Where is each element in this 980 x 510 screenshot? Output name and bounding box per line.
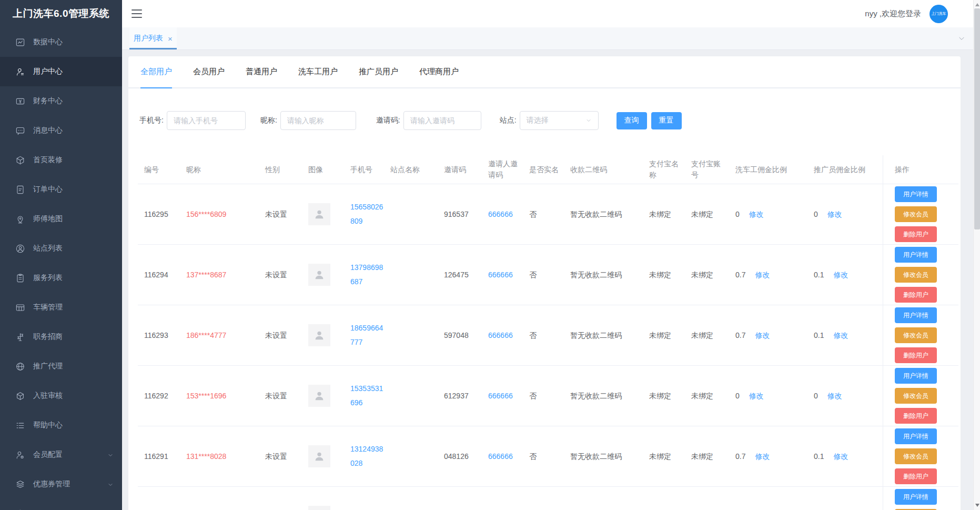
phone-link[interactable]: 13798698687	[350, 263, 383, 286]
delete-user-button[interactable]: 删除用户	[895, 226, 937, 242]
cell-invite-code: 612937	[438, 391, 482, 402]
page-scrollbar[interactable]	[973, 0, 980, 510]
invite-filter-label: 邀请码:	[376, 116, 400, 125]
cell-alipay-name: 未绑定	[638, 209, 680, 220]
top-bar: nyy ,欢迎您登录 上门洗车	[122, 0, 973, 27]
washer-rate-edit-link[interactable]: 修改	[755, 269, 770, 281]
sidebar-item-vehicle-management[interactable]: 车辆管理	[0, 293, 122, 322]
inviter-code-link[interactable]: 666666	[488, 452, 513, 461]
user-icon	[15, 67, 25, 77]
header-phone: 手机号	[344, 164, 384, 175]
tabbar-chevron-down-icon[interactable]	[957, 35, 966, 44]
hamburger-menu-icon[interactable]	[132, 9, 142, 18]
edit-member-button[interactable]: 修改会员	[895, 267, 937, 283]
sidebar-item-partial[interactable]	[0, 499, 122, 510]
phone-filter-input[interactable]	[167, 111, 246, 130]
tab-washer-users[interactable]: 洗车工用户	[298, 56, 338, 87]
tab-promoter-users[interactable]: 推广员用户	[359, 56, 398, 87]
cell-id: 116294	[138, 269, 180, 281]
washer-rate-edit-link[interactable]: 修改	[755, 330, 770, 341]
inviter-code-link[interactable]: 666666	[488, 331, 513, 339]
phone-filter-label: 手机号:	[139, 116, 164, 125]
tab-agent-users[interactable]: 代理商用户	[419, 56, 459, 87]
promoter-rate-edit-link[interactable]: 修改	[827, 391, 842, 402]
cell-qr: 暂无收款二维码	[559, 269, 638, 281]
edit-member-button[interactable]: 修改会员	[895, 448, 937, 464]
sidebar-item-master-map[interactable]: 师傅地图	[0, 204, 122, 234]
sidebar-item-label: 首页装修	[33, 155, 63, 165]
cell-gender: 未设置	[259, 330, 302, 341]
tab-close-icon[interactable]: ×	[168, 34, 173, 43]
scrollbar-down-arrow[interactable]	[975, 504, 979, 507]
sidebar-item-coupon-management[interactable]: 优惠券管理	[0, 469, 122, 499]
sidebar-item-label: 入驻审核	[33, 391, 63, 401]
delete-user-button[interactable]: 删除用户	[895, 408, 937, 424]
phone-link[interactable]: 13124938028	[350, 445, 383, 467]
user-table: 编号 昵称 性别 图像 手机号 站点名称 邀请码 邀请人邀请码 是否实名 收款二…	[138, 155, 958, 510]
avatar-placeholder-icon	[308, 264, 330, 286]
tab-normal-users[interactable]: 普通用户	[246, 56, 277, 87]
sidebar-item-member-config[interactable]: 会员配置	[0, 440, 122, 469]
filter-bar: 手机号: 昵称: 邀请码: 站点: 请选择 查询 重置	[128, 111, 961, 130]
user-detail-button[interactable]: 用户详情	[895, 247, 937, 263]
site-select[interactable]: 请选择	[520, 111, 599, 130]
reset-button[interactable]: 重置	[651, 112, 682, 129]
site-select-placeholder: 请选择	[527, 116, 585, 125]
sidebar-item-help-center[interactable]: 帮助中心	[0, 411, 122, 440]
sidebar-item-data-center[interactable]: 数据中心	[0, 27, 122, 57]
inviter-code-link[interactable]: 666666	[488, 271, 513, 279]
washer-rate-edit-link[interactable]: 修改	[749, 209, 764, 220]
sidebar-item-promotion-agent[interactable]: 推广代理	[0, 352, 122, 381]
sidebar-item-service-list[interactable]: 服务列表	[0, 263, 122, 293]
user-detail-button[interactable]: 用户详情	[895, 186, 937, 202]
sidebar-item-label: 站点列表	[33, 244, 63, 253]
sidebar-item-job-investment[interactable]: 职务招商	[0, 322, 122, 352]
edit-member-button[interactable]: 修改会员	[895, 206, 937, 222]
header-washer-rate: 洗车工佣金比例	[722, 164, 802, 175]
phone-link[interactable]: 15353531696	[350, 384, 383, 407]
phone-link[interactable]: 15658026809	[350, 203, 383, 225]
user-detail-button[interactable]: 用户详情	[895, 428, 937, 444]
sidebar-item-message-center[interactable]: 消息中心	[0, 116, 122, 145]
avatar-placeholder-icon	[308, 385, 330, 407]
delete-user-button[interactable]: 删除用户	[895, 287, 937, 303]
promoter-rate-edit-link[interactable]: 修改	[827, 209, 842, 220]
sidebar-item-home-decoration[interactable]: 首页装修	[0, 145, 122, 175]
scrollbar-thumb[interactable]	[974, 8, 980, 229]
sidebar-item-user-center[interactable]: 用户中心	[0, 57, 122, 86]
table-row: 116292 153****1696 未设置 15353531696 61293…	[138, 366, 958, 426]
promoter-rate-edit-link[interactable]: 修改	[833, 269, 848, 281]
inviter-code-link[interactable]: 666666	[488, 392, 513, 400]
tab-member-users[interactable]: 会员用户	[193, 56, 225, 87]
user-detail-button[interactable]: 用户详情	[895, 307, 937, 323]
sidebar-item-site-list[interactable]: 站点列表	[0, 234, 122, 263]
washer-rate-value: 0	[735, 391, 740, 402]
tab-user-list[interactable]: 用户列表 ×	[129, 27, 177, 49]
clipboard-icon	[15, 273, 25, 283]
scrollbar-up-arrow[interactable]	[975, 3, 979, 6]
tab-all-users[interactable]: 全部用户	[140, 56, 172, 87]
sidebar-item-finance-center[interactable]: 财务中心	[0, 86, 122, 116]
chevron-down-icon	[107, 452, 114, 460]
user-avatar[interactable]: 上门洗车	[930, 5, 948, 23]
washer-rate-edit-link[interactable]: 修改	[749, 391, 764, 402]
user-detail-button[interactable]: 用户详情	[895, 489, 937, 505]
search-button[interactable]: 查询	[617, 112, 647, 129]
avatar-text: 上门洗车	[932, 11, 946, 16]
edit-member-button[interactable]: 修改会员	[895, 327, 937, 343]
sidebar-item-entry-review[interactable]: 入驻审核	[0, 381, 122, 411]
delete-user-button[interactable]: 删除用户	[895, 468, 937, 484]
user-detail-button[interactable]: 用户详情	[895, 368, 937, 384]
inviter-code-link[interactable]: 666666	[488, 210, 513, 218]
nickname-filter-input[interactable]	[280, 111, 356, 130]
edit-member-button[interactable]: 修改会员	[895, 388, 937, 404]
washer-rate-edit-link[interactable]: 修改	[755, 451, 770, 462]
user-gear-icon	[15, 450, 25, 460]
promoter-rate-edit-link[interactable]: 修改	[833, 451, 848, 462]
delete-user-button[interactable]: 删除用户	[895, 347, 937, 363]
cell-gender: 未设置	[259, 209, 302, 220]
promoter-rate-edit-link[interactable]: 修改	[833, 330, 848, 341]
phone-link[interactable]: 18659664777	[350, 324, 383, 346]
sidebar-item-order-center[interactable]: 订单中心	[0, 175, 122, 204]
invite-filter-input[interactable]	[403, 111, 481, 130]
